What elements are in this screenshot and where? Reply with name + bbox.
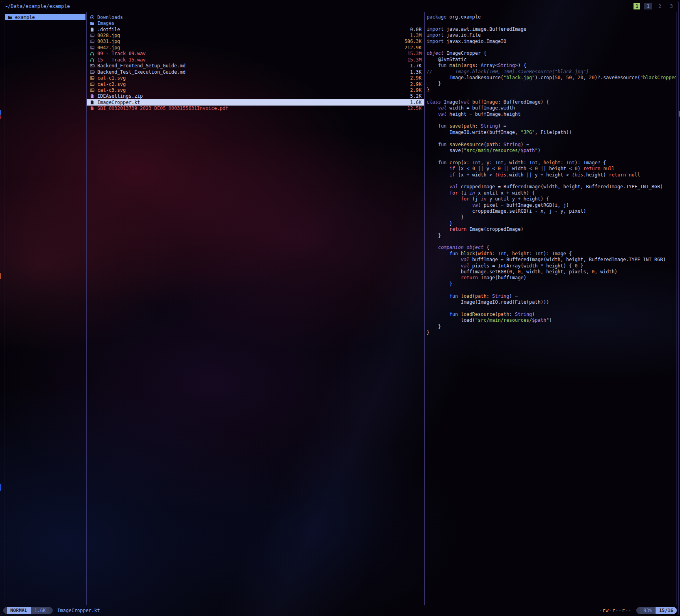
- file-name: 15 - Track 15.wav: [97, 57, 146, 63]
- pdf-icon: [90, 106, 95, 111]
- file-row[interactable]: cal-c1.svg2.9K: [87, 75, 424, 81]
- code-line: }: [427, 233, 676, 239]
- file-row[interactable]: 0031.jpg586.3K: [87, 39, 424, 45]
- file-permissions: -rw-r--r--: [599, 608, 632, 613]
- code-line: [427, 45, 676, 50]
- file-row[interactable]: Backend_Test_Execution_Guide.md1.3K: [87, 69, 424, 75]
- folder-icon: [90, 21, 95, 26]
- tab-3[interactable]: 3: [667, 3, 675, 9]
- file-preview-pane[interactable]: package org.example import java.awt.imag…: [425, 12, 676, 605]
- code-line: fun main(args: Array<String>) {: [427, 63, 676, 69]
- file-name: 09 - Track 09.wav: [97, 51, 146, 56]
- code-line: }: [427, 324, 676, 330]
- file-name: ImageCropper.kt: [97, 100, 140, 105]
- code-line: import java.io.File: [427, 32, 676, 38]
- file-size: 2.9K: [407, 82, 422, 87]
- code-line: }: [427, 221, 676, 226]
- file-row[interactable]: 0042.jpg212.9K: [87, 45, 424, 50]
- code-line: [427, 93, 676, 99]
- image-icon: [90, 39, 95, 44]
- code-line: }: [427, 81, 676, 87]
- code-line: fun crop(x: Int, y: Int, width: Int, hei…: [427, 160, 676, 166]
- file-name: cal-c2.svg: [97, 82, 126, 87]
- file-row[interactable]: IDEAsettings.zip5.2K: [87, 93, 424, 99]
- file-row[interactable]: example: [5, 14, 85, 20]
- file-size: 1.3K: [407, 69, 422, 75]
- status-filename: ImageCropper.kt: [57, 608, 100, 613]
- file-row[interactable]: ImageCropper.kt1.6K: [87, 99, 424, 105]
- file-name: cal-c3.svg: [97, 87, 126, 93]
- file-row[interactable]: Backend_Frontend_Setup_Guide.md1.7K: [87, 63, 424, 69]
- code-line: val pixels = IntArray(width * height) { …: [427, 263, 676, 269]
- file-name: SBI_0032013739_2023_DE05_0003155631Invoi…: [97, 106, 228, 111]
- code-line: return Image(croppedImage): [427, 226, 676, 232]
- code-line: class Image(val buffImage: BufferedImage…: [427, 99, 676, 105]
- code-line: for (j in y until y + height) {: [427, 196, 676, 202]
- title-bar: ~/Data/example/example 1123: [5, 2, 675, 10]
- panes-container: example DownloadsImages.dotfile0.0B0028.…: [4, 12, 676, 605]
- code-line: [427, 178, 676, 184]
- file-row[interactable]: cal-c3.svg2.9K: [87, 87, 424, 93]
- file-size: 0.0B: [407, 27, 422, 32]
- mode-indicator: NORMAL: [7, 607, 31, 614]
- code-line: val width = buffImage.width: [427, 105, 676, 111]
- code-line: }: [427, 87, 676, 93]
- code-line: ImageIO.write(buffImage, "JPG", File(pat…: [427, 130, 676, 135]
- file-row[interactable]: Downloads: [87, 14, 424, 20]
- file-name: Downloads: [97, 15, 123, 20]
- download-icon: [90, 15, 95, 20]
- tab-1[interactable]: 1: [644, 3, 652, 9]
- file-list-pane[interactable]: DownloadsImages.dotfile0.0B0028.jpg1.3M0…: [87, 12, 425, 605]
- file-row[interactable]: 09 - Track 09.wav15.3M: [87, 51, 424, 57]
- powerline-cap: [49, 607, 53, 614]
- terminal-screen: ~/Data/example/example 1123 example Down…: [0, 0, 680, 616]
- tab-bar: 1123: [634, 3, 675, 9]
- code-line: }: [427, 330, 676, 336]
- code-line: [427, 287, 676, 293]
- scroll-percentage: 93%: [640, 607, 656, 614]
- code-line: fun saveResource(path: String) =: [427, 142, 676, 148]
- file-row[interactable]: .dotfile0.0B: [87, 26, 424, 32]
- file-size: 1.6K: [407, 100, 422, 105]
- file-icon: [90, 100, 95, 105]
- powerline-cap: [3, 607, 7, 614]
- file-row[interactable]: SBI_0032013739_2023_DE05_0003155631Invoi…: [87, 106, 424, 111]
- file-size: 12.5K: [404, 106, 422, 111]
- file-name: .dotfile: [97, 27, 120, 32]
- code-line: fun load(path: String) =: [427, 293, 676, 299]
- file-size: 1.7K: [407, 63, 422, 69]
- code-line: Image(ImageIO.read(File(path))): [427, 299, 676, 305]
- file-size: 15.3M: [404, 51, 422, 56]
- file-name: Backend_Test_Execution_Guide.md: [97, 69, 186, 75]
- file-size: 212.9K: [401, 45, 422, 50]
- code-line: val croppedImage = BufferedImage(width, …: [427, 184, 676, 190]
- file-size: 15.3M: [404, 57, 422, 63]
- image-icon: [90, 45, 95, 50]
- code-line: companion object {: [427, 245, 676, 250]
- markdown-icon: [90, 63, 95, 68]
- file-name: 0028.jpg: [97, 33, 120, 38]
- tab-2[interactable]: 2: [656, 3, 664, 9]
- parent-directory-pane[interactable]: example: [4, 12, 87, 605]
- status-right: -rw-r--r-- 93% 15/16: [599, 607, 677, 614]
- file-size: 2.9K: [407, 87, 422, 93]
- code-line: [427, 117, 676, 123]
- file-name: IDEAsettings.zip: [97, 93, 143, 99]
- image-icon: [90, 88, 95, 93]
- code-line: object ImageCropper {: [427, 50, 676, 56]
- file-row[interactable]: Images: [87, 20, 424, 26]
- code-line: if (x + width > this.width || y + height…: [427, 172, 676, 178]
- code-preview: package org.example import java.awt.imag…: [425, 12, 676, 336]
- file-row[interactable]: 15 - Track 15.wav15.3M: [87, 57, 424, 63]
- code-line: for (i in x until x + width) {: [427, 190, 676, 196]
- code-line: croppedImage.setRGB(i - x, j - y, pixel): [427, 208, 676, 214]
- code-line: fun save(path: String) =: [427, 123, 676, 129]
- cursor-position: 15/16: [656, 607, 677, 614]
- file-name: Images: [97, 20, 114, 26]
- code-line: if (x < 0 || y < 0 || width < 0 || heigh…: [427, 166, 676, 172]
- code-line: fun black(width: Int, height: Int): Imag…: [427, 251, 676, 257]
- code-line: import javax.imageio.ImageIO: [427, 39, 676, 45]
- file-row[interactable]: 0028.jpg1.3M: [87, 32, 424, 38]
- file-row[interactable]: cal-c2.svg2.9K: [87, 81, 424, 87]
- status-bar: NORMAL 1.6K ImageCropper.kt -rw-r--r-- 9…: [3, 607, 677, 614]
